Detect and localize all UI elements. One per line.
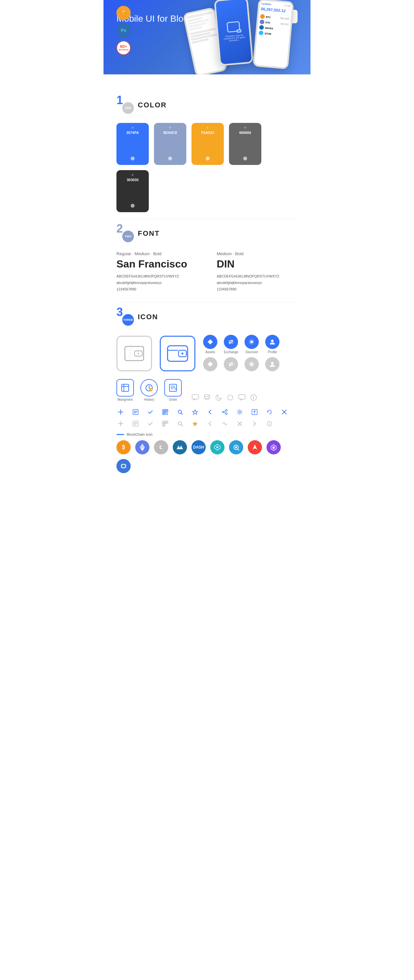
- speech-icon: [238, 394, 246, 401]
- color-section: 1 ONE COLOR # 3574FA # 8DA0C8 # F5A623 #…: [104, 84, 310, 219]
- svg-point-59: [226, 413, 228, 415]
- svg-point-86: [269, 423, 270, 423]
- misc-icons-row: [191, 394, 258, 401]
- exchange-icon-gray: [224, 357, 238, 371]
- upload-icon: [250, 408, 259, 416]
- icon-item-profile: Profile: [265, 335, 279, 371]
- svg-line-80: [181, 425, 182, 426]
- section-number-3: 3 THREE: [116, 309, 132, 325]
- stack-icon: [203, 394, 211, 401]
- color-title: COLOR: [138, 101, 167, 109]
- svg-point-37: [253, 396, 254, 396]
- discover-icon: [245, 335, 259, 349]
- arrow-right-gray: [250, 420, 259, 428]
- crypto-row: ₿ Ł DASH: [116, 440, 298, 473]
- poly-icon: [116, 459, 131, 473]
- color-dot: [131, 156, 135, 161]
- refresh-icon: [265, 408, 274, 416]
- svg-rect-47: [166, 410, 167, 411]
- exchange-icon: [224, 335, 238, 349]
- management-icon-box: [116, 379, 134, 396]
- svg-point-20: [271, 340, 274, 342]
- svg-rect-76: [166, 422, 167, 423]
- check-icon: [146, 408, 154, 416]
- edit-icon: [131, 408, 140, 416]
- font-title: FONT: [138, 229, 160, 238]
- svg-rect-50: [166, 412, 167, 414]
- svg-marker-56: [193, 410, 197, 414]
- nav-icons-row: Assets Exchange: [203, 335, 279, 371]
- icon-title: ICON: [138, 313, 158, 321]
- search-icon: [176, 408, 184, 416]
- svg-rect-52: [166, 414, 166, 415]
- small-icons-row-2: [116, 420, 298, 428]
- color-swatch-orange: # F5A623: [191, 123, 224, 165]
- color-swatch-gray: # 666666: [229, 123, 261, 165]
- blockchain-label: BlockChain Icon: [127, 433, 153, 436]
- order-icon-box: [164, 379, 182, 396]
- svg-point-9: [138, 353, 139, 354]
- svg-marker-95: [253, 444, 257, 450]
- svg-rect-10: [167, 346, 188, 361]
- settings-icon: [236, 408, 244, 416]
- info-icon: [250, 394, 258, 401]
- din-chars: ABCDEFGHIJKLMNOPQRSTUVWXYZ abcdefghijklm…: [217, 273, 298, 293]
- svg-point-91: [217, 446, 218, 448]
- profile-icon: [265, 335, 279, 349]
- font-col-sf: Regular · Medium · Bold San Francisco AB…: [116, 251, 197, 293]
- plus-icon-gray: [116, 420, 125, 428]
- icon-management: Mangment: [116, 379, 134, 401]
- svg-marker-89: [177, 445, 183, 449]
- svg-rect-31: [192, 395, 199, 399]
- sf-name: San Francisco: [116, 258, 197, 270]
- section-number-1: 1 ONE: [116, 97, 132, 113]
- svg-marker-81: [193, 422, 197, 426]
- search-icon-gray: [176, 420, 184, 428]
- sf-upper: ABCDEFGHIJKLMNOPQRSTUVWXYZ abcdefghijklm…: [116, 273, 197, 293]
- svg-point-58: [223, 411, 224, 413]
- color-dot: [206, 156, 210, 161]
- svg-rect-49: [163, 413, 164, 414]
- ps-badge: Ps: [116, 23, 131, 38]
- qr-icon: [161, 408, 169, 416]
- star-icon-gray: [191, 420, 199, 428]
- dash-icon: DASH: [191, 440, 206, 454]
- svg-point-99: [121, 463, 127, 469]
- share-icon: [221, 408, 229, 416]
- svg-point-62: [239, 411, 240, 413]
- svg-rect-53: [167, 414, 168, 415]
- info-icon-gray: [265, 420, 274, 428]
- back-icon: [206, 408, 214, 416]
- svg-point-93: [235, 446, 237, 448]
- discover-icon-gray: [245, 357, 259, 371]
- hero-section: Mobile UI for Blockchain Wallet UI Kit P…: [104, 0, 310, 75]
- icon-section-header: 3 THREE ICON: [116, 309, 298, 325]
- blockchain-line: [116, 434, 124, 435]
- qtum-icon: [229, 440, 243, 454]
- svg-marker-14: [208, 339, 213, 344]
- font-col-din: Medium · Bold DIN ABCDEFGHIJKLMNOPQRSTUV…: [217, 251, 298, 293]
- icon-section: 3 THREE ICON: [104, 302, 310, 496]
- profile-icon-gray: [265, 357, 279, 371]
- svg-line-55: [181, 413, 182, 414]
- svg-rect-51: [167, 412, 168, 413]
- sf-style: Regular · Medium · Bold: [116, 251, 197, 256]
- icon-item-exchange: Exchange: [224, 335, 238, 371]
- svg-marker-15: [208, 361, 213, 367]
- svg-rect-27: [169, 384, 177, 391]
- svg-point-21: [271, 362, 274, 364]
- color-dot: [131, 204, 135, 208]
- svg-line-94: [238, 449, 239, 450]
- check-icon-gray: [146, 420, 154, 428]
- color-dot: [168, 156, 172, 161]
- svg-point-17: [250, 340, 253, 343]
- font-section-header: 2 TWO FONT: [116, 226, 298, 242]
- icons-secondary-row: Mangment History: [116, 379, 298, 401]
- icon-history: History: [140, 379, 158, 401]
- color-section-header: 1 ONE COLOR: [116, 97, 298, 113]
- svg-rect-78: [163, 425, 164, 426]
- icon-item-discover: Discover: [245, 335, 259, 371]
- screens-badge: 60+ Screens: [116, 41, 131, 55]
- colors-row: # 3574FA # 8DA0C8 # F5A623 # 666666 # 30…: [116, 123, 298, 212]
- matic-icon: [266, 440, 281, 454]
